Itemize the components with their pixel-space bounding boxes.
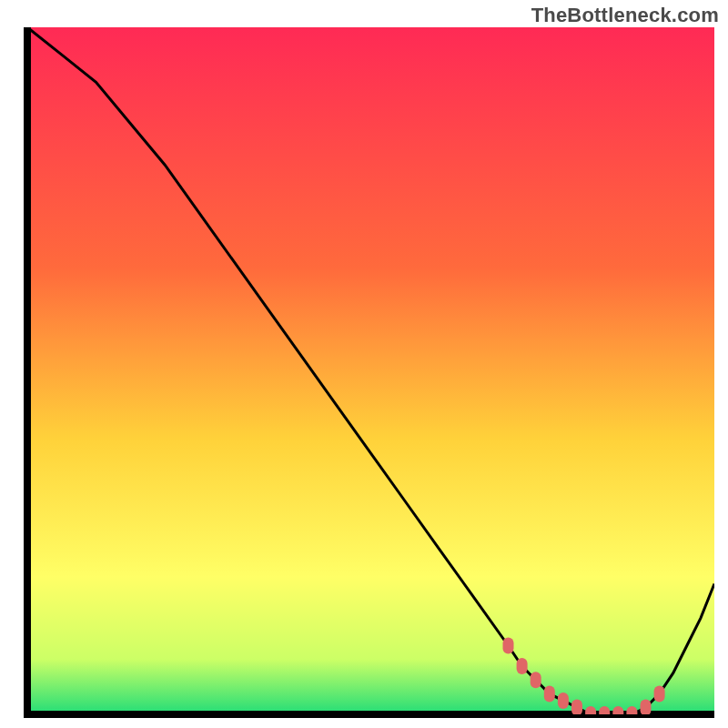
plot-background: [27, 27, 714, 714]
marker-dot: [654, 685, 665, 702]
marker-dot: [626, 706, 637, 723]
marker-dot: [517, 658, 528, 674]
watermark-text: TheBottleneck.com: [531, 4, 719, 27]
marker-dot: [544, 685, 555, 702]
marker-dot: [599, 706, 610, 723]
marker-dot: [503, 638, 514, 654]
marker-dot: [558, 693, 569, 709]
bottleneck-chart: [0, 0, 728, 728]
marker-dot: [531, 672, 541, 688]
chart-container: TheBottleneck.com: [0, 0, 728, 728]
marker-dot: [585, 706, 596, 723]
marker-dot: [612, 706, 623, 723]
marker-dot: [571, 700, 582, 716]
marker-dot: [641, 700, 652, 716]
